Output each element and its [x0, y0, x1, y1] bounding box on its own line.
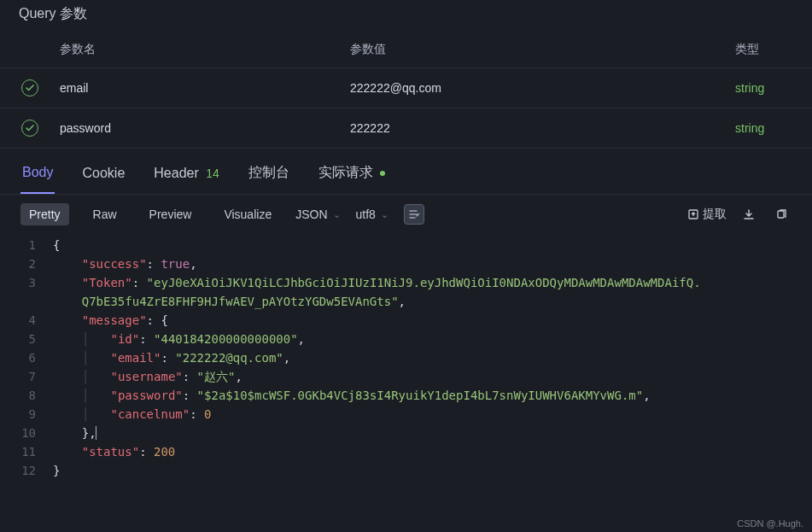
params-table-header: 参数名 参数值 类型	[0, 32, 812, 68]
json-string: "eyJ0eXAiOiJKV1QiLCJhbGciOiJIUzI1NiJ9.ey…	[147, 276, 701, 289]
extract-icon	[687, 208, 699, 220]
json-key: "email"	[110, 351, 161, 365]
format-label: JSON	[295, 208, 327, 221]
watermark: CSDN @.Hugh.	[737, 518, 803, 529]
json-string: "$2a$10$mcWSF.0GKb4VCj83sI4RyuikY1depI4b…	[197, 389, 644, 402]
copy-button[interactable]	[771, 204, 792, 225]
tab-console[interactable]: 控制台	[247, 164, 291, 194]
json-number: 0	[204, 407, 211, 421]
json-key: "password"	[110, 389, 182, 402]
row-check[interactable]	[0, 120, 60, 137]
json-number: 200	[154, 445, 175, 459]
copy-icon	[775, 208, 787, 220]
param-value: 222222@qq.com	[350, 81, 735, 95]
json-string: "440184200000000000"	[154, 332, 298, 346]
brace: }	[53, 464, 60, 477]
json-key: "status"	[82, 445, 139, 459]
line-number: 12	[0, 461, 53, 480]
json-string: "赵六"	[197, 370, 236, 383]
wrap-icon	[408, 208, 420, 220]
wrap-toggle-button[interactable]	[404, 204, 424, 225]
chevron-down-icon: ⌄	[333, 209, 341, 220]
line-number: 1	[0, 236, 53, 254]
download-icon	[743, 208, 755, 220]
line-number: 3	[0, 273, 53, 292]
param-value: 222222	[350, 121, 735, 135]
download-button[interactable]	[739, 204, 759, 225]
json-key: "message"	[82, 313, 147, 327]
check-icon	[21, 79, 38, 96]
json-key: "cancelnum"	[110, 407, 190, 421]
line-number: 7	[0, 367, 53, 386]
chevron-down-icon: ⌄	[381, 209, 388, 220]
format-select[interactable]: JSON ⌄	[295, 208, 340, 221]
tab-header-label: Header	[154, 166, 198, 180]
param-type: string	[735, 121, 812, 135]
json-key: "success"	[82, 257, 147, 271]
view-preview-button[interactable]: Preview	[141, 203, 201, 225]
json-key: "Token"	[82, 276, 132, 289]
extract-button[interactable]: 提取	[687, 207, 727, 222]
line-number: 5	[0, 330, 53, 348]
header-count-badge: 14	[206, 167, 219, 180]
table-row[interactable]: password 222222 string	[0, 108, 812, 149]
line-number: 11	[0, 442, 53, 461]
json-key: "username"	[110, 370, 182, 383]
tab-body[interactable]: Body	[20, 165, 55, 194]
line-number: 2	[0, 254, 53, 273]
line-number: 9	[0, 405, 53, 424]
body-toolbar: Pretty Raw Preview Visualize JSON ⌄ utf8…	[0, 195, 812, 234]
json-string: "222222@qq.com"	[175, 351, 283, 365]
json-string: Q7bE35fu4ZrE8FHF9HJfwAEV_pAYOtzYGDw5EVAn…	[82, 295, 399, 308]
col-header-name: 参数名	[0, 42, 350, 57]
green-dot-icon	[380, 171, 385, 176]
check-icon	[21, 120, 38, 137]
extract-label: 提取	[703, 207, 727, 222]
line-number: 10	[0, 424, 53, 442]
param-type: string	[735, 81, 812, 95]
encoding-select[interactable]: utf8 ⌄	[356, 208, 388, 221]
view-visualize-button[interactable]: Visualize	[215, 203, 280, 225]
col-header-type: 类型	[735, 42, 812, 57]
tab-actual-request-label: 实际请求	[318, 165, 373, 179]
response-tabs: Body Cookie Header 14 控制台 实际请求	[0, 149, 812, 195]
view-pretty-button[interactable]: Pretty	[20, 203, 69, 225]
section-title: Query 参数	[0, 0, 812, 32]
brace: {	[53, 238, 60, 252]
svg-rect-1	[778, 211, 784, 218]
line-number: 4	[0, 311, 53, 330]
tab-header[interactable]: Header 14	[152, 166, 221, 193]
table-row[interactable]: email 222222@qq.com string	[0, 68, 812, 108]
view-raw-button[interactable]: Raw	[85, 203, 126, 225]
json-body-viewer[interactable]: 1{ 2 "success": true, 3 "Token": "eyJ0eX…	[0, 234, 812, 482]
param-name: password	[60, 121, 350, 135]
line-number	[0, 292, 53, 311]
tab-cookie[interactable]: Cookie	[80, 166, 126, 193]
json-bool: true	[161, 257, 190, 271]
line-number: 6	[0, 348, 53, 367]
line-number: 8	[0, 386, 53, 405]
param-name: email	[60, 81, 350, 95]
encoding-label: utf8	[356, 208, 376, 221]
tab-actual-request[interactable]: 实际请求	[317, 164, 387, 194]
cursor	[96, 426, 96, 440]
col-header-value: 参数值	[350, 42, 735, 57]
json-key: "id"	[110, 332, 139, 346]
row-check[interactable]	[0, 79, 60, 96]
